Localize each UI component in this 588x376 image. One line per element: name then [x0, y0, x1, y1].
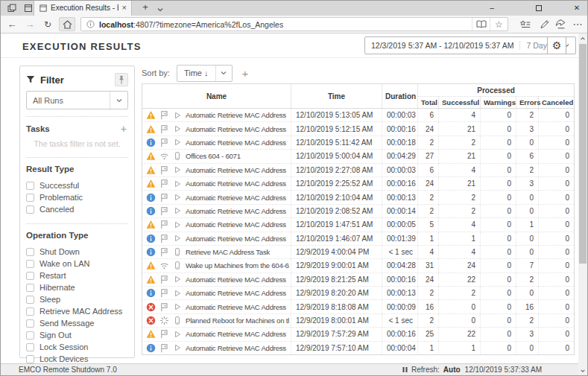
- refresh-icon[interactable]: ↻: [40, 16, 55, 33]
- window-maximize-button[interactable]: [524, 0, 554, 16]
- table-row[interactable]: Automatic Retrieve MAC Address12/10/2019…: [142, 163, 575, 176]
- table-row[interactable]: Automatic Retrieve MAC Address12/10/2019…: [142, 232, 575, 245]
- forward-icon[interactable]: →: [22, 16, 37, 33]
- checkbox-operation-retrieve-mac-address[interactable]: Retrieve MAC Address: [26, 305, 128, 317]
- checkbox-operation-wake-on-lan[interactable]: Wake on LAN: [26, 258, 128, 270]
- table-row[interactable]: Automatic Retrieve MAC Address12/9/2019 …: [142, 300, 575, 313]
- table-row[interactable]: Automatic Retrieve MAC Address12/10/2019…: [142, 204, 575, 217]
- checkbox-operation-restart[interactable]: Restart: [26, 270, 128, 281]
- tab-preview-icon[interactable]: [6, 2, 18, 14]
- checkbox[interactable]: [26, 308, 34, 316]
- table-row[interactable]: Automatic Retrieve MAC Address12/10/2019…: [142, 136, 575, 149]
- set-tabs-aside-icon[interactable]: [22, 2, 34, 14]
- table-row[interactable]: Planned Reboot for Machines on the 3rd F…: [142, 313, 575, 327]
- checkbox-operation-send-message[interactable]: Send Message: [26, 317, 128, 329]
- checkbox[interactable]: [26, 296, 34, 304]
- status-warning-icon: [145, 110, 156, 121]
- checkbox-operation-sleep[interactable]: Sleep: [26, 293, 128, 305]
- execution-successful: 1: [439, 232, 481, 245]
- runs-filter-select[interactable]: All Runs: [26, 91, 128, 109]
- execution-duration: 00:00:16: [382, 122, 418, 136]
- execution-errors: 0: [516, 232, 539, 245]
- table-row[interactable]: Automatic Retrieve MAC Address12/9/2019 …: [142, 328, 575, 341]
- checkbox[interactable]: [26, 331, 34, 340]
- checkbox-operation-lock-session[interactable]: Lock Session: [26, 341, 128, 353]
- table-row[interactable]: Automatic Retrieve MAC Address12/10/2019…: [142, 218, 575, 232]
- checkbox[interactable]: [26, 272, 34, 280]
- checkbox[interactable]: [26, 343, 34, 351]
- site-info-icon[interactable]: [86, 20, 95, 28]
- wake-on-lan-icon: [159, 261, 169, 271]
- execution-total: 2: [418, 287, 439, 300]
- task-flag-icon: [159, 329, 169, 340]
- execution-duration: 00:00:14: [382, 204, 418, 217]
- checkbox-result-successful[interactable]: Successful: [26, 179, 128, 191]
- execution-warnings: 0: [481, 191, 516, 204]
- checkbox[interactable]: [26, 319, 34, 328]
- execution-warnings: 0: [481, 313, 516, 327]
- checkbox-result-canceled[interactable]: Canceled: [26, 203, 128, 215]
- status-warning-icon: [145, 179, 156, 189]
- date-range-control[interactable]: 12/3/2019 5:37 AM - 12/10/2019 5:37 AM 7…: [364, 36, 576, 54]
- settings-button[interactable]: ⚙: [547, 36, 566, 54]
- home-button[interactable]: [59, 17, 75, 31]
- checkbox[interactable]: [26, 355, 34, 363]
- table-row[interactable]: Wake up Machines from the 604-607 Office…: [142, 259, 575, 273]
- app-header: EXECUTION RESULTS 12/3/2019 5:37 AM - 12…: [0, 34, 579, 58]
- web-note-pen-icon[interactable]: [536, 17, 552, 31]
- checkbox[interactable]: [26, 205, 34, 214]
- checkbox[interactable]: [26, 260, 34, 268]
- result-type-checkbox-group: SuccessfulProblematicCanceled: [26, 179, 128, 215]
- table-row[interactable]: Automatic Retrieve MAC Address12/10/2019…: [142, 191, 575, 204]
- scroll-down-icon[interactable]: [578, 366, 587, 375]
- checkbox-operation-shut-down[interactable]: Shut Down: [26, 246, 128, 258]
- table-row[interactable]: Automatic Retrieve MAC Address12/10/2019…: [142, 109, 575, 122]
- execution-duration: 00:00:13: [382, 191, 418, 204]
- table-row[interactable]: Automatic Retrieve MAC Address12/10/2019…: [142, 176, 575, 190]
- execution-time: 12/9/2019 7:57:10 AM: [291, 341, 382, 354]
- page-scrollbar[interactable]: [578, 34, 587, 375]
- table-row[interactable]: Automatic Retrieve MAC Address12/9/2019 …: [142, 273, 575, 286]
- window-minimize-button[interactable]: –: [477, 0, 507, 16]
- back-icon[interactable]: ←: [4, 16, 19, 33]
- execution-successful: 4: [439, 163, 481, 176]
- share-icon[interactable]: [552, 17, 569, 31]
- browser-tab[interactable]: Execution Results - EMC ×: [34, 0, 132, 16]
- execution-total: 6: [418, 109, 439, 122]
- execution-errors: 0: [516, 245, 539, 258]
- table-row[interactable]: Offices 604 - 607112/10/2019 5:00:04 AM0…: [142, 150, 575, 163]
- favorite-star-icon[interactable]: ☆: [490, 18, 508, 31]
- checkbox[interactable]: [26, 182, 34, 190]
- tab-list-chevron-icon[interactable]: [157, 3, 164, 16]
- table-row[interactable]: Retrieve MAC Address Task12/9/2019 4:00:…: [142, 245, 575, 258]
- checkbox-operation-hibernate[interactable]: Hibernate: [26, 281, 128, 293]
- favorites-hub-icon[interactable]: [517, 17, 534, 31]
- checkbox[interactable]: [26, 248, 34, 256]
- scrollbar-thumb[interactable]: [579, 44, 587, 264]
- add-task-filter-button[interactable]: +: [119, 124, 128, 134]
- checkbox-operation-sign-out[interactable]: Sign Out: [26, 329, 128, 341]
- window-close-button[interactable]: ✕: [562, 0, 588, 16]
- chevron-down-icon: [215, 66, 232, 81]
- scroll-up-icon[interactable]: [578, 34, 587, 43]
- pin-button[interactable]: [115, 73, 128, 86]
- checkbox[interactable]: [26, 194, 34, 202]
- pause-icon[interactable]: [402, 366, 408, 373]
- tab-close-icon[interactable]: ×: [122, 4, 127, 12]
- new-tab-button[interactable]: +: [139, 1, 152, 13]
- add-sort-button[interactable]: +: [241, 68, 250, 79]
- checkbox-result-problematic[interactable]: Problematic: [26, 191, 128, 203]
- sort-select[interactable]: Time ↓: [177, 65, 233, 82]
- checkbox[interactable]: [26, 284, 34, 292]
- reading-view-icon[interactable]: [472, 18, 490, 31]
- address-bar[interactable]: localhost :4807/?timezone=America%2fLos_…: [80, 17, 508, 31]
- execution-name: Automatic Retrieve MAC Address: [186, 138, 286, 147]
- more-menu-icon[interactable]: ⋯: [569, 17, 586, 31]
- execution-canceled: 0: [539, 163, 575, 176]
- table-row[interactable]: Automatic Retrieve MAC Address12/10/2019…: [142, 122, 575, 136]
- maximize-icon: [536, 5, 542, 11]
- execution-name: Automatic Retrieve MAC Address: [186, 194, 286, 202]
- table-row[interactable]: Automatic Retrieve MAC Address12/9/2019 …: [142, 341, 575, 354]
- device-icon: [172, 316, 183, 326]
- table-row[interactable]: Automatic Retrieve MAC Address12/9/2019 …: [142, 287, 575, 300]
